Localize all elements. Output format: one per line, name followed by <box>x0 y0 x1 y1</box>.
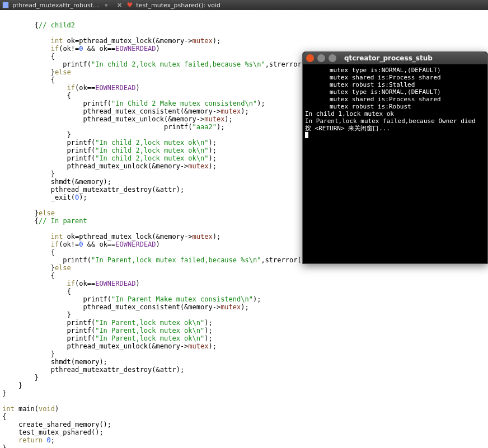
enum-eownerdead: EOWNERDEAD <box>95 280 135 287</box>
keyword-if: if <box>51 45 59 53</box>
heart-icon: ♥ <box>127 1 133 9</box>
keyword-if: if <box>67 280 75 287</box>
number: 0 <box>79 240 83 248</box>
string: "In child 2,lock mutex failed,because %s… <box>91 60 265 68</box>
ident-mutex: mutex <box>193 37 213 45</box>
keyword-else: else <box>55 264 71 272</box>
keyword-void: void <box>39 405 55 413</box>
keyword-int: int <box>51 233 63 240</box>
close-button[interactable] <box>306 54 314 62</box>
terminal-line: mutex shared is:Process shared <box>305 96 485 103</box>
string: "In Parent Make mutex consistend\n" <box>111 295 253 303</box>
ident-mutex: mutex <box>188 162 208 170</box>
keyword-int: int <box>51 37 63 45</box>
terminal-output[interactable]: mutex type is:NORMAL,(DEFAULT)mutex shar… <box>303 64 487 263</box>
terminal-line: In child 1,lock mutex ok <box>305 110 394 117</box>
breadcrumb-bar: pthread_mutexattr_robust… ▾ ✕ ♥ test_mut… <box>0 0 488 10</box>
ident-mutex: mutex <box>204 115 224 123</box>
terminal-titlebar[interactable]: qtcreator_process_stub <box>303 52 487 64</box>
number: 0 <box>79 45 83 53</box>
enum-eownerdead: EOWNERDEAD <box>115 45 156 53</box>
keyword-if: if <box>67 84 75 92</box>
terminal-line: In Parent,lock mutex failed,because Owne… <box>305 117 476 125</box>
terminal-line: mutex shared is:Process shared <box>305 74 485 81</box>
terminal-window[interactable]: qtcreator_process_stub mutex type is:NOR… <box>302 51 488 264</box>
terminal-line: mutex type is:NORMAL,(DEFAULT) <box>305 67 485 74</box>
string: "In Parent,lock mutex ok\n" <box>95 319 204 327</box>
breadcrumb-function[interactable]: test_mutex_pshared(): void <box>136 2 220 9</box>
maximize-button[interactable] <box>329 54 336 62</box>
minimize-button[interactable] <box>317 54 325 62</box>
keyword-return: return <box>18 436 43 444</box>
keyword-int: int <box>2 405 15 413</box>
enum-eownerdead: EOWNERDEAD <box>115 240 156 248</box>
string: "In child 2,lock mutex ok\n" <box>95 139 208 147</box>
string: "In Parent,lock mutex failed,because %s\… <box>91 256 261 264</box>
keyword-else: else <box>39 209 55 217</box>
terminal-line: mutex type is:NORMAL,(DEFAULT) <box>305 88 485 96</box>
terminal-title: qtcreator_process_stub <box>344 54 433 62</box>
ident-mutex: mutex <box>220 303 241 311</box>
string: "In Parent,lock mutex ok\n" <box>95 334 204 342</box>
terminal-line: mutex robust is:Robust <box>305 103 485 110</box>
string: "In child 2,lock mutex ok\n" <box>95 154 208 162</box>
close-icon[interactable]: ✕ <box>116 1 124 9</box>
comment: // In parent <box>39 217 87 225</box>
comment: // child2 <box>39 21 75 29</box>
string: "In Child 2 Make mutex consistend\n" <box>111 100 257 107</box>
terminal-cursor <box>305 132 308 138</box>
file-icon <box>2 2 9 8</box>
ident-mutex: mutex <box>220 107 241 115</box>
number: 0 <box>75 194 79 201</box>
chevron-down-icon[interactable]: ▾ <box>105 2 108 9</box>
terminal-line: 按 <RETURN> 来关闭窗口... <box>305 125 390 132</box>
enum-eownerdead: EOWNERDEAD <box>95 84 135 92</box>
ident-mutex: mutex <box>188 342 208 350</box>
breadcrumb-file[interactable]: pthread_mutexattr_robust… <box>12 2 99 9</box>
string: "In child 2,lock mutex ok\n" <box>95 147 208 154</box>
keyword-if: if <box>51 240 59 248</box>
string: "aaa2" <box>193 123 217 131</box>
string: "In Parent,lock mutex ok\n" <box>95 327 204 334</box>
ident-mutex: mutex <box>193 233 213 240</box>
number: 0 <box>47 436 51 444</box>
keyword-else: else <box>55 68 71 76</box>
terminal-line: mutex robust is:Stalled <box>305 81 485 88</box>
